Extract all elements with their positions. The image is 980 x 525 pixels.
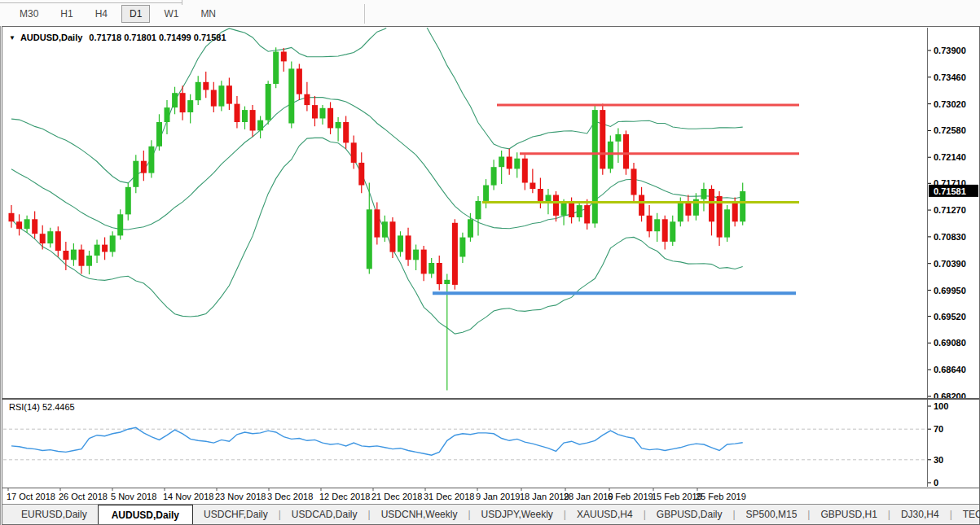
svg-text:0.69950: 0.69950 <box>934 286 966 295</box>
chart-tab-eurusd[interactable]: EURUSD,Daily <box>11 505 98 524</box>
svg-text:18 Jan 2019: 18 Jan 2019 <box>520 492 569 501</box>
svg-text:0.71581: 0.71581 <box>934 186 966 196</box>
current-price-label: 0.71581 <box>929 185 978 197</box>
ohlc-values: 0.71718 0.71801 0.71499 0.71581 <box>89 33 226 42</box>
chart-tab-gbpusd[interactable]: GBPUSD,H1 <box>810 505 887 524</box>
timeframe-button-m30[interactable]: M30 <box>11 5 46 23</box>
timeframe-button-h4[interactable]: H4 <box>87 5 116 23</box>
svg-text:0.68640: 0.68640 <box>934 365 966 374</box>
svg-text:12 Dec 2018: 12 Dec 2018 <box>319 492 370 501</box>
candlesticks <box>9 47 746 390</box>
date-labels: 17 Oct 201826 Oct 20185 Nov 201814 Nov 2… <box>7 488 746 501</box>
chart-tab-bar: EURUSD,DailyAUDUSD,DailyUSDCHF,Daily|USD… <box>2 504 979 524</box>
rsi-axis-canvas: 10070300 <box>928 400 979 487</box>
svg-text:6 Feb 2019: 6 Feb 2019 <box>608 492 653 501</box>
svg-text:100: 100 <box>934 401 948 411</box>
chart-window: ▼ AUDUSD,Daily 0.71718 0.71801 0.71499 0… <box>2 26 980 525</box>
svg-text:0.69520: 0.69520 <box>934 312 966 322</box>
rsi-line <box>11 427 743 455</box>
svg-text:0.72140: 0.72140 <box>934 152 966 162</box>
svg-text:0: 0 <box>934 478 938 487</box>
timeframe-button-w1[interactable]: W1 <box>156 5 187 23</box>
symbol-header: ▼ AUDUSD,Daily 0.71718 0.71801 0.71499 0… <box>9 33 226 42</box>
symbol-name: AUDUSD,Daily <box>20 33 82 42</box>
svg-text:30: 30 <box>934 455 943 465</box>
chart-tab-sp500[interactable]: SP500,M15 <box>736 505 808 524</box>
svg-text:0.71270: 0.71270 <box>934 205 966 215</box>
svg-text:25 Feb 2019: 25 Feb 2019 <box>696 492 746 501</box>
svg-text:0.73020: 0.73020 <box>934 99 966 109</box>
svg-text:0.70830: 0.70830 <box>934 232 966 242</box>
rsi-indicator-label: RSI(14) 52.4465 <box>9 402 75 412</box>
docked-toolbar-edge <box>0 2 182 3</box>
toolbar-separator <box>364 4 365 24</box>
symbol-dropdown-icon[interactable]: ▼ <box>9 34 15 42</box>
rsi-axis[interactable]: 10070300 <box>927 400 979 487</box>
svg-text:0.73900: 0.73900 <box>934 46 966 55</box>
rsi-axis-labels: 10070300 <box>928 401 948 487</box>
svg-text:31 Dec 2018: 31 Dec 2018 <box>424 492 474 501</box>
main-chart-area[interactable] <box>3 28 927 398</box>
price-axis[interactable]: 0.739000.734600.730200.725800.721400.717… <box>927 28 979 398</box>
timeframe-button-mn[interactable]: MN <box>192 5 224 23</box>
timeframe-toolbar: M30H1H4D1W1MN <box>0 0 980 26</box>
svg-text:15 Feb 2019: 15 Feb 2019 <box>652 492 702 501</box>
date-axis-canvas: 17 Oct 201826 Oct 20185 Nov 201814 Nov 2… <box>2 488 979 504</box>
chart-tab-xauusd[interactable]: XAUUSD,H4 <box>566 505 644 524</box>
svg-text:70: 70 <box>934 424 943 434</box>
timeframe-button-d1[interactable]: D1 <box>121 5 150 23</box>
svg-text:3 Dec 2018: 3 Dec 2018 <box>267 492 313 501</box>
timeframe-button-h1[interactable]: H1 <box>52 5 81 23</box>
chart-tab-audusd[interactable]: AUDUSD,Daily <box>98 505 193 524</box>
main-chart-canvas[interactable] <box>3 28 927 398</box>
chart-tab-usdcnh[interactable]: USDCNH,Weekly <box>371 505 468 524</box>
svg-text:9 Jan 2019: 9 Jan 2019 <box>476 492 520 501</box>
date-axis[interactable]: 17 Oct 201826 Oct 20185 Nov 201814 Nov 2… <box>2 488 979 504</box>
svg-text:23 Nov 2018: 23 Nov 2018 <box>215 492 266 501</box>
window-frame-line <box>0 26 1 525</box>
chart-tab-tech100[interactable]: TECH100,H <box>952 505 980 524</box>
svg-text:28 Jan 2019: 28 Jan 2019 <box>564 492 613 501</box>
svg-text:14 Nov 2018: 14 Nov 2018 <box>163 492 213 501</box>
svg-text:26 Oct 2018: 26 Oct 2018 <box>59 492 108 501</box>
chart-tab-usdcad[interactable]: USDCAD,Daily <box>281 505 368 524</box>
rsi-panel[interactable]: RSI(14) 52.4465 <box>3 400 927 487</box>
price-axis-canvas: 0.739000.734600.730200.725800.721400.717… <box>928 28 979 398</box>
chart-tab-usdjpy[interactable]: USDJPY,Weekly <box>471 505 564 524</box>
svg-text:0.69080: 0.69080 <box>934 338 966 348</box>
rsi-canvas[interactable] <box>3 400 927 487</box>
svg-text:21 Dec 2018: 21 Dec 2018 <box>371 492 422 501</box>
svg-text:17 Oct 2018: 17 Oct 2018 <box>7 492 55 501</box>
svg-text:0.73460: 0.73460 <box>934 72 966 82</box>
svg-text:0.68200: 0.68200 <box>934 392 966 398</box>
timeframe-buttons: M30H1H4D1W1MN <box>11 4 373 24</box>
price-axis-labels: 0.739000.734600.730200.725800.721400.717… <box>928 46 966 398</box>
chart-tab-usdchf[interactable]: USDCHF,Daily <box>193 505 279 524</box>
chart-tab-dj30[interactable]: DJ30,H4 <box>890 505 950 524</box>
svg-text:0.70390: 0.70390 <box>934 259 966 269</box>
svg-text:0.72580: 0.72580 <box>934 125 966 135</box>
chart-tab-gbpusd[interactable]: GBPUSD,Daily <box>646 505 733 524</box>
svg-text:5 Nov 2018: 5 Nov 2018 <box>111 492 156 501</box>
